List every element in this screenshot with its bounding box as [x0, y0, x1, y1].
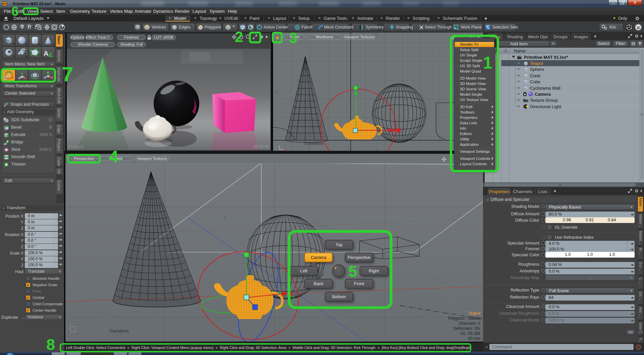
- svg-text:Y: Y: [278, 141, 280, 145]
- svg-text:x: x: [76, 330, 78, 335]
- svg-text:&: &: [48, 52, 53, 58]
- svg-text:z: z: [68, 329, 70, 333]
- svg-text:Teapot: Teapot: [468, 311, 481, 316]
- svg-text:Polygons : Subdiv: Polygons : Subdiv: [448, 316, 480, 321]
- svg-text:GL: 59,386: GL: 59,386: [461, 331, 481, 336]
- svg-text:Transform: Transform: [109, 328, 129, 334]
- svg-text:u: u: [637, 25, 640, 30]
- svg-text:50 mm: 50 mm: [468, 336, 480, 341]
- svg-text:Channels: 0: Channels: 0: [459, 321, 480, 326]
- svg-text:Finished: Finished: [68, 144, 83, 149]
- svg-text:Deformers: ON: Deformers: ON: [453, 326, 480, 331]
- svg-text:Transform: Transform: [304, 141, 323, 146]
- svg-text:-X: -X: [274, 89, 278, 94]
- svg-text:Y: Y: [69, 322, 71, 326]
- svg-text:00:00:45: 00:00:45: [253, 144, 269, 149]
- svg-text:A: A: [44, 50, 48, 57]
- svg-text:-Z: -Z: [222, 216, 226, 221]
